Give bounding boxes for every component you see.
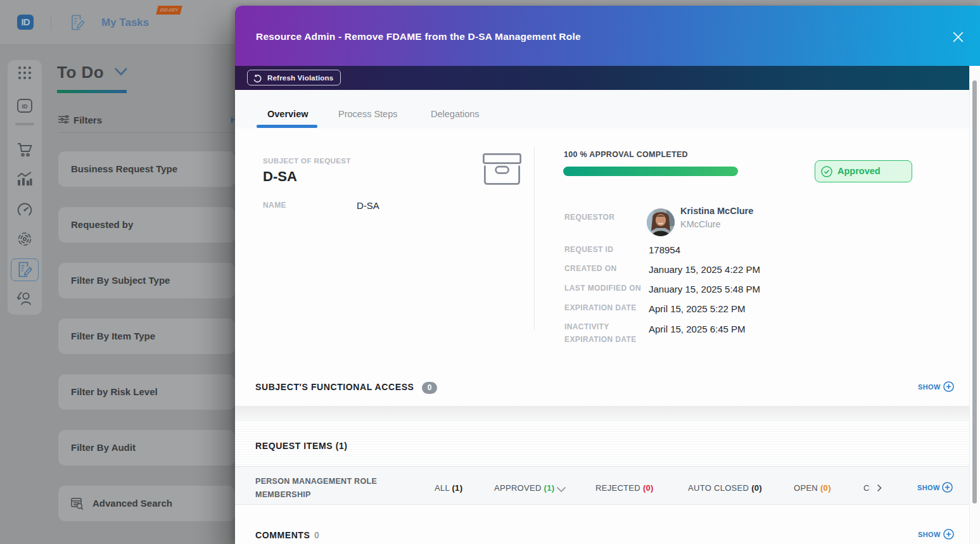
svg-text:ID: ID [22,103,29,110]
